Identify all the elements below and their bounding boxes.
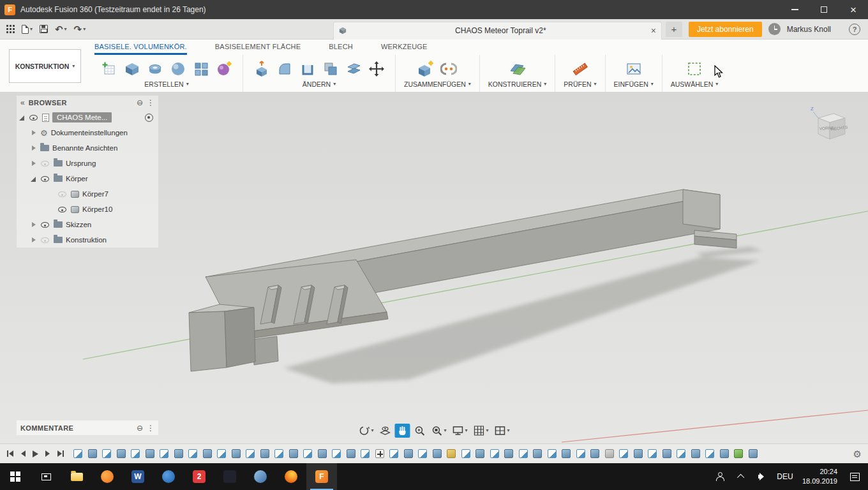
app-dark-button[interactable] — [214, 463, 245, 490]
timeline-feature[interactable] — [447, 449, 456, 458]
visibility-eye-icon[interactable] — [57, 205, 68, 214]
timeline-feature[interactable] — [347, 449, 355, 458]
timeline-feature[interactable] — [146, 449, 154, 458]
timeline-feature[interactable] — [461, 449, 470, 458]
app-swirl-button[interactable] — [245, 463, 276, 490]
visibility-eye-icon[interactable] — [29, 113, 39, 122]
action-center-button[interactable] — [845, 463, 864, 490]
select-button[interactable] — [684, 59, 705, 79]
visibility-eye-icon[interactable] — [40, 235, 50, 244]
grid-snaps-button[interactable]: ▾ — [472, 424, 491, 438]
chevron-right-icon[interactable] — [30, 145, 37, 152]
revolve-button[interactable] — [145, 59, 165, 79]
user-menu[interactable]: Markus Knoll — [787, 25, 831, 34]
timeline-feature[interactable] — [504, 449, 513, 458]
timeline-feature[interactable] — [590, 449, 599, 458]
construction-plane-button[interactable] — [507, 59, 528, 79]
browser-item-konstruktion[interactable]: Konstruktion — [17, 232, 158, 248]
timeline-feature[interactable] — [188, 449, 197, 458]
chevron-right-icon[interactable] — [30, 130, 37, 137]
chevron-right-icon[interactable] — [30, 237, 37, 244]
timeline-feature[interactable] — [289, 449, 298, 458]
aendern-dropdown[interactable]: ÄNDERN▾ — [303, 80, 336, 88]
panel-grip-icon[interactable]: ⋮ — [147, 99, 154, 107]
timeline-feature[interactable] — [519, 449, 528, 458]
task-view-button[interactable] — [31, 463, 61, 490]
display-settings-button[interactable]: ▾ — [450, 424, 469, 438]
timeline-feature[interactable] — [174, 449, 183, 458]
step-back-button[interactable] — [20, 450, 26, 457]
trial-clock-icon[interactable] — [768, 23, 781, 35]
timeline-feature[interactable] — [274, 449, 283, 458]
app-red-button[interactable]: 2 — [184, 463, 214, 490]
help-button[interactable]: ? — [849, 24, 860, 35]
timeline-feature[interactable] — [662, 449, 671, 458]
timeline-feature[interactable] — [131, 449, 140, 458]
timeline-feature[interactable] — [418, 449, 427, 458]
timeline-feature[interactable] — [634, 449, 643, 458]
tab-werkzeuge[interactable]: WERKZEUGE — [381, 43, 428, 55]
shell-button[interactable] — [297, 59, 318, 79]
create-form-button[interactable] — [214, 59, 234, 79]
browser-item-dokumenteinstellungen[interactable]: ⚙ Dokumenteinstellungen — [17, 125, 158, 140]
timeline-feature[interactable] — [691, 449, 700, 458]
minus-circle-icon[interactable]: ⊖ — [137, 99, 143, 107]
workspace-selector[interactable]: KONSTRUKTION ▾ — [9, 49, 81, 83]
timeline-feature[interactable] — [246, 449, 255, 458]
timeline-feature[interactable] — [73, 449, 82, 458]
undo-button[interactable]: ↶▾ — [55, 24, 67, 34]
new-component-button[interactable] — [415, 59, 436, 79]
media-player-button[interactable] — [92, 463, 123, 490]
timeline-feature[interactable] — [749, 449, 758, 458]
viewcube[interactable]: Z VORNE RECHTS — [805, 103, 853, 147]
close-button[interactable]: × — [839, 0, 868, 19]
timeline-feature[interactable] — [619, 449, 628, 458]
browser-item-skizzen[interactable]: Skizzen — [17, 217, 158, 232]
data-panel-button[interactable] — [6, 25, 15, 33]
konstruieren-dropdown[interactable]: KONSTRUIEREN▾ — [488, 80, 546, 88]
timeline-feature[interactable] — [303, 449, 312, 458]
timeline-feature[interactable] — [318, 449, 327, 458]
timeline-feature[interactable] — [160, 449, 168, 458]
chevron-right-icon[interactable] — [30, 160, 37, 167]
move-button[interactable] — [366, 59, 387, 79]
timeline-feature[interactable] — [361, 449, 370, 458]
timeline-feature[interactable] — [260, 449, 269, 458]
go-to-end-button[interactable] — [57, 450, 64, 457]
erstellen-dropdown[interactable]: ERSTELLEN▾ — [144, 80, 188, 88]
timeline-feature[interactable] — [548, 449, 557, 458]
close-tab-icon[interactable]: × — [651, 26, 656, 35]
timeline-feature[interactable] — [605, 449, 614, 458]
start-button[interactable] — [0, 463, 31, 490]
timeline-feature[interactable] — [475, 449, 484, 458]
timeline-feature[interactable] — [533, 449, 542, 458]
expander-open-icon[interactable] — [19, 114, 26, 121]
timeline-feature[interactable] — [648, 449, 657, 458]
create-sketch-button[interactable] — [99, 59, 119, 79]
press-pull-button[interactable] — [251, 59, 272, 79]
fusion360-taskbar-button[interactable]: F — [306, 463, 337, 490]
offset-button[interactable] — [343, 59, 364, 79]
word-button[interactable]: W — [123, 463, 153, 490]
timeline-feature[interactable] — [562, 449, 571, 458]
viewport-3d[interactable]: Z VORNE RECHTS « BROWSER ⊖ ⋮ — [0, 93, 868, 443]
browser-item-root[interactable]: CHAOS Mete... — [17, 110, 158, 125]
insert-image-button[interactable] — [624, 59, 644, 79]
browser-item-benannte-ansichten[interactable]: Benannte Ansichten — [17, 140, 158, 156]
pattern-button[interactable] — [191, 59, 211, 79]
file-explorer-button[interactable] — [61, 463, 92, 490]
comments-bar[interactable]: KOMMENTARE ⊖ ⋮ — [17, 420, 158, 435]
redo-button[interactable]: ↷▾ — [74, 24, 86, 34]
auswaehlen-dropdown[interactable]: AUSWÄHLEN▾ — [671, 80, 719, 88]
timeline-feature[interactable] — [217, 449, 226, 458]
clock-button[interactable]: 20:24 18.09.2019 — [797, 467, 842, 486]
look-at-button[interactable] — [377, 424, 393, 438]
timeline-feature[interactable] — [389, 449, 398, 458]
go-to-start-button[interactable] — [6, 450, 14, 457]
visibility-eye-icon[interactable] — [57, 189, 68, 198]
browser-item-koerper7[interactable]: Körper7 — [17, 186, 158, 202]
browser-item-koerper10[interactable]: Körper10 — [17, 202, 158, 217]
timeline-feature[interactable] — [490, 449, 499, 458]
joint-button[interactable] — [438, 59, 459, 79]
combine-button[interactable] — [320, 59, 341, 79]
